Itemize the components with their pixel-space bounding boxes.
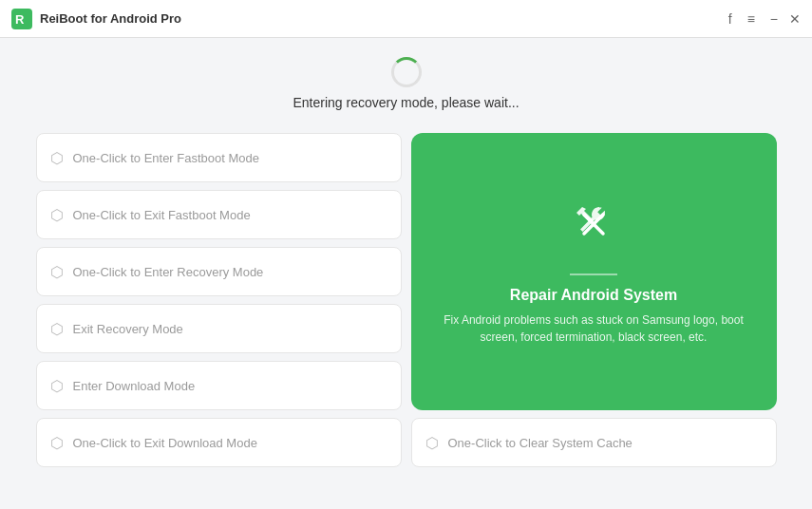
exit-fastboot-label: One-Click to Exit Fastboot Mode	[73, 208, 251, 222]
exit-recovery-button[interactable]: ⬡ Exit Recovery Mode	[36, 304, 402, 353]
window-controls: − ✕	[770, 12, 801, 26]
main-content: Entering recovery mode, please wait... ⬡…	[0, 38, 812, 509]
repair-divider	[570, 273, 617, 275]
enter-recovery-button[interactable]: ⬡ One-Click to Enter Recovery Mode	[36, 247, 402, 296]
exit-download-label: One-Click to Exit Download Mode	[73, 436, 257, 450]
repair-android-card[interactable]: Repair Android System Fix Android proble…	[411, 133, 777, 410]
repair-tools-icon	[567, 198, 620, 251]
exit-recovery-icon: ⬡	[50, 320, 64, 338]
grid-area: ⬡ One-Click to Enter Fastboot Mode ⬡ One…	[36, 133, 777, 467]
loading-spinner	[391, 57, 422, 87]
clear-cache-button[interactable]: ⬡ One-Click to Clear System Cache	[411, 418, 777, 467]
enter-download-icon: ⬡	[50, 377, 64, 395]
close-button[interactable]: ✕	[789, 12, 801, 26]
svg-text:R: R	[15, 12, 25, 27]
status-text: Entering recovery mode, please wait...	[293, 95, 519, 110]
enter-recovery-label: One-Click to Enter Recovery Mode	[73, 265, 264, 279]
exit-download-button[interactable]: ⬡ One-Click to Exit Download Mode	[36, 418, 402, 467]
repair-icon-wrap	[567, 198, 620, 254]
repair-desc: Fix Android problems such as stuck on Sa…	[434, 311, 754, 346]
enter-download-label: Enter Download Mode	[73, 379, 196, 393]
right-col: Repair Android System Fix Android proble…	[411, 133, 777, 467]
menu-icon[interactable]: ≡	[747, 11, 755, 27]
enter-fastboot-icon: ⬡	[50, 149, 64, 167]
enter-recovery-icon: ⬡	[50, 263, 64, 281]
app-title: ReiBoot for Android Pro	[40, 11, 181, 26]
repair-title: Repair Android System	[510, 287, 677, 304]
clear-cache-label: One-Click to Clear System Cache	[448, 436, 633, 450]
exit-download-icon: ⬡	[50, 434, 64, 452]
exit-fastboot-button[interactable]: ⬡ One-Click to Exit Fastboot Mode	[36, 190, 402, 239]
clear-cache-icon: ⬡	[425, 434, 439, 452]
facebook-icon[interactable]: f	[728, 11, 732, 27]
app-logo: R	[11, 9, 32, 29]
title-bar-right: f ≡ − ✕	[728, 11, 801, 27]
title-bar: R ReiBoot for Android Pro f ≡ − ✕	[0, 0, 812, 38]
exit-recovery-label: Exit Recovery Mode	[73, 322, 183, 336]
minimize-button[interactable]: −	[770, 12, 778, 26]
enter-fastboot-label: One-Click to Enter Fastboot Mode	[73, 151, 260, 165]
title-bar-left: R ReiBoot for Android Pro	[11, 9, 181, 29]
left-menu: ⬡ One-Click to Enter Fastboot Mode ⬡ One…	[36, 133, 402, 467]
exit-fastboot-icon: ⬡	[50, 206, 64, 224]
enter-download-button[interactable]: ⬡ Enter Download Mode	[36, 361, 402, 410]
status-area: Entering recovery mode, please wait...	[293, 57, 519, 110]
enter-fastboot-button[interactable]: ⬡ One-Click to Enter Fastboot Mode	[36, 133, 402, 182]
